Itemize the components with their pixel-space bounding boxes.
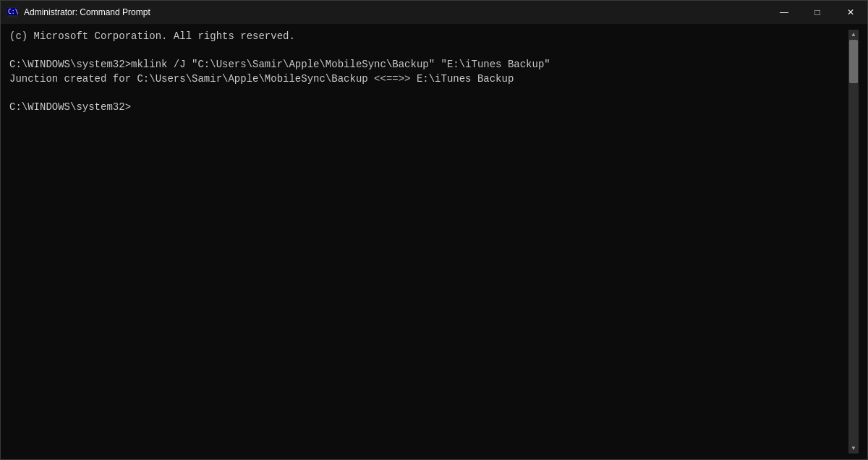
svg-text:C:\: C:\ <box>8 9 18 15</box>
scroll-up-arrow[interactable]: ▲ <box>848 30 859 40</box>
scrollbar-track[interactable] <box>848 40 859 443</box>
window-title: Administrator: Command Prompt <box>24 7 150 17</box>
console-line3: C:\WINDOWS\system32>mklink /J "C:\Users\… <box>9 59 550 70</box>
title-bar: C:\ Administrator: Command Prompt — □ ✕ <box>1 1 867 24</box>
console-output: (c) Microsoft Corporation. All rights re… <box>9 30 848 453</box>
console-line4: Junction created for C:\Users\Samir\Appl… <box>9 73 514 85</box>
scroll-down-arrow[interactable]: ▼ <box>848 443 859 453</box>
minimize-button[interactable]: — <box>767 1 801 24</box>
scrollbar-thumb[interactable] <box>849 40 858 83</box>
cmd-window: C:\ Administrator: Command Prompt — □ ✕ … <box>0 0 868 460</box>
title-bar-controls: — □ ✕ <box>767 1 867 24</box>
cmd-icon: C:\ <box>7 7 18 18</box>
console-area[interactable]: (c) Microsoft Corporation. All rights re… <box>1 24 867 459</box>
console-line1: (c) Microsoft Corporation. All rights re… <box>9 30 295 42</box>
scrollbar[interactable]: ▲ ▼ <box>848 30 859 453</box>
console-line6: C:\WINDOWS\system32> <box>9 101 131 113</box>
close-button[interactable]: ✕ <box>834 1 867 24</box>
maximize-button[interactable]: □ <box>801 1 834 24</box>
title-bar-left: C:\ Administrator: Command Prompt <box>7 7 150 18</box>
